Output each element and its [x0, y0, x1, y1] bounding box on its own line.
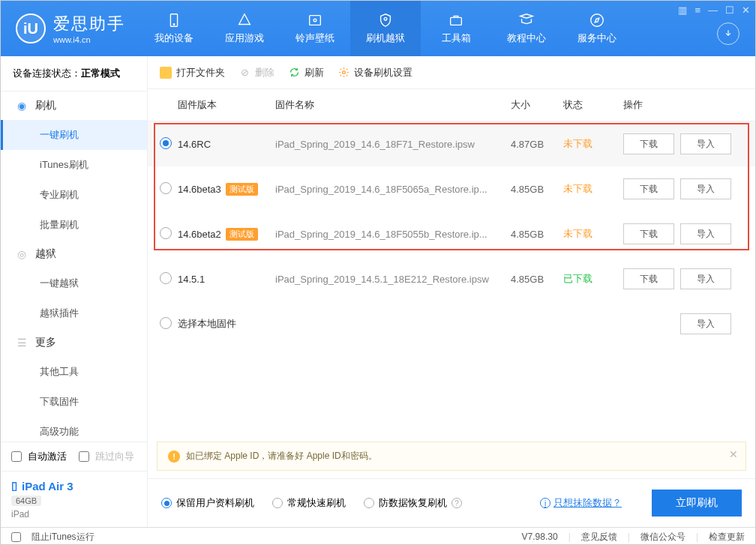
fw-radio[interactable] — [160, 227, 172, 239]
flash-now-button[interactable]: 立即刷机 — [652, 490, 742, 517]
app-site: www.i4.cn — [53, 35, 125, 44]
auto-activate-checkbox[interactable] — [11, 451, 22, 462]
svg-point-6 — [591, 14, 604, 27]
fw-name: iPad_Spring_2019_14.5.1_18E212_Restore.i… — [275, 274, 511, 285]
sidebar-item-download-fw[interactable]: 下载固件 — [1, 387, 147, 417]
minimize-button[interactable]: — — [708, 4, 718, 16]
erase-data-link[interactable]: i只想抹除数据？ — [540, 496, 622, 510]
sidebar-item-pro-flash[interactable]: 专业刷机 — [1, 180, 147, 210]
fw-radio[interactable] — [160, 137, 172, 149]
win-btn-2[interactable]: ≡ — [694, 4, 700, 16]
local-firmware-row[interactable]: 选择本地固件 导入 — [148, 301, 755, 346]
nav-apps[interactable]: 应用游戏 — [209, 1, 280, 56]
sidebar-item-other-tools[interactable]: 其他工具 — [1, 357, 147, 387]
download-button[interactable]: 下载 — [623, 223, 674, 244]
open-folder-button[interactable]: 打开文件夹 — [160, 66, 225, 79]
import-button[interactable]: 导入 — [680, 223, 731, 244]
block-itunes-checkbox[interactable] — [11, 532, 21, 542]
table-header: 固件版本 固件名称 大小 状态 操作 — [148, 89, 755, 121]
beta-tag: 测试版 — [226, 183, 258, 196]
device-name: ▯iPad Air 3 — [11, 479, 136, 493]
folder-icon — [160, 67, 172, 79]
import-button[interactable]: 导入 — [680, 268, 731, 289]
sidebar-item-oneclick-jb[interactable]: 一键越狱 — [1, 268, 147, 298]
info-icon: i — [540, 498, 550, 508]
skip-wizard-checkbox[interactable] — [79, 451, 89, 462]
more-icon: ☰ — [16, 337, 28, 349]
nav-my-device[interactable]: 我的设备 — [139, 1, 209, 56]
connection-status: 设备连接状态：正常模式 — [1, 56, 147, 91]
mode-fast-radio[interactable] — [272, 498, 283, 508]
sidebar-group-jailbreak[interactable]: ◎越狱 — [1, 240, 147, 268]
sidebar-group-more[interactable]: ☰更多 — [1, 328, 147, 357]
win-btn-1[interactable]: ▥ — [678, 4, 687, 16]
toolbox-icon — [448, 12, 464, 28]
mode-recover-radio[interactable] — [364, 498, 374, 508]
nav-toolbox[interactable]: 工具箱 — [421, 1, 491, 56]
nav-tutorial[interactable]: 教程中心 — [491, 1, 562, 56]
fw-status: 未下载 — [563, 182, 623, 196]
device-storage: 64GB — [11, 496, 41, 506]
mode-fast[interactable]: 常规快速刷机 — [272, 496, 346, 510]
firmware-row[interactable]: 14.6RCiPad_Spring_2019_14.6_18F71_Restor… — [148, 121, 755, 166]
firmware-row[interactable]: 14.6beta3测试版iPad_Spring_2019_14.6_18F506… — [148, 166, 755, 211]
sidebar-item-advanced[interactable]: 高级功能 — [1, 417, 147, 442]
sidebar-group-flash[interactable]: ◉刷机 — [1, 91, 147, 120]
maximize-button[interactable]: ☐ — [725, 4, 734, 16]
sidebar: 设备连接状态：正常模式 ◉刷机 一键刷机 iTunes刷机 专业刷机 批量刷机 … — [1, 56, 148, 527]
notice-close-button[interactable]: ✕ — [729, 448, 738, 460]
help-icon[interactable]: ? — [452, 498, 462, 508]
fw-status: 已下载 — [563, 272, 623, 286]
download-circle-button[interactable] — [717, 22, 740, 45]
download-button[interactable]: 下载 — [623, 268, 674, 289]
refresh-button[interactable]: 刷新 — [288, 66, 324, 79]
book-icon — [518, 12, 535, 28]
mode-keep-radio[interactable] — [161, 498, 172, 508]
download-button[interactable]: 下载 — [623, 133, 674, 154]
device-icon: ▯ — [11, 479, 17, 493]
svg-point-3 — [314, 19, 316, 22]
import-button[interactable]: 导入 — [680, 133, 731, 154]
fw-radio[interactable] — [160, 272, 172, 284]
local-fw-radio[interactable] — [160, 317, 172, 329]
notice-bar: ! 如已绑定 Apple ID，请准备好 Apple ID和密码。 ✕ — [157, 442, 746, 471]
sidebar-item-jb-plugins[interactable]: 越狱插件 — [1, 298, 147, 328]
download-button[interactable]: 下载 — [623, 178, 674, 199]
nav-flash[interactable]: 刷机越狱 — [350, 1, 421, 56]
firmware-list: 14.6RCiPad_Spring_2019_14.6_18F71_Restor… — [148, 121, 755, 346]
fw-size: 4.85GB — [511, 184, 563, 195]
feedback-link[interactable]: 意见反馈 — [581, 531, 617, 544]
sidebar-item-oneclick-flash[interactable]: 一键刷机 — [1, 120, 147, 150]
wechat-link[interactable]: 微信公众号 — [640, 531, 686, 544]
settings-button[interactable]: 设备刷机设置 — [338, 66, 412, 79]
sidebar-item-itunes-flash[interactable]: iTunes刷机 — [1, 150, 147, 180]
firmware-row[interactable]: 14.6beta2测试版iPad_Spring_2019_14.6_18F505… — [148, 211, 755, 256]
close-button[interactable]: ✕ — [742, 4, 750, 16]
import-button[interactable]: 导入 — [680, 178, 731, 199]
fw-status: 未下载 — [563, 227, 623, 241]
delete-button[interactable]: ⊘删除 — [238, 66, 274, 79]
svg-rect-2 — [310, 16, 321, 25]
update-link[interactable]: 检查更新 — [709, 531, 745, 544]
import-local-button[interactable]: 导入 — [680, 313, 731, 334]
mode-keep-data[interactable]: 保留用户资料刷机 — [161, 496, 254, 510]
shield-icon — [377, 12, 394, 28]
mode-recover[interactable]: 防数据恢复刷机? — [364, 496, 462, 510]
window-controls: ▥ ≡ — ☐ ✕ — [678, 4, 750, 16]
version-label: V7.98.30 — [522, 532, 558, 542]
flash-icon: ◉ — [16, 100, 28, 112]
fw-name: iPad_Spring_2019_14.6_18F71_Restore.ipsw — [275, 139, 511, 150]
fw-size: 4.87GB — [511, 139, 563, 150]
app-name: 爱思助手 — [53, 13, 125, 35]
app-logo: iU 爱思助手 www.i4.cn — [1, 13, 139, 44]
firmware-row[interactable]: 14.5.1iPad_Spring_2019_14.5.1_18E212_Res… — [148, 256, 755, 301]
nav-ringtones[interactable]: 铃声壁纸 — [280, 1, 350, 56]
nav-service[interactable]: 服务中心 — [562, 1, 632, 56]
sidebar-item-batch-flash[interactable]: 批量刷机 — [1, 210, 147, 240]
toolbar: 打开文件夹 ⊘删除 刷新 设备刷机设置 — [148, 56, 755, 89]
fw-radio[interactable] — [160, 182, 172, 194]
apps-icon — [236, 12, 253, 28]
jailbreak-icon: ◎ — [16, 248, 28, 260]
fw-version: 14.6beta2测试版 — [178, 228, 275, 241]
fw-size: 4.85GB — [511, 229, 563, 240]
